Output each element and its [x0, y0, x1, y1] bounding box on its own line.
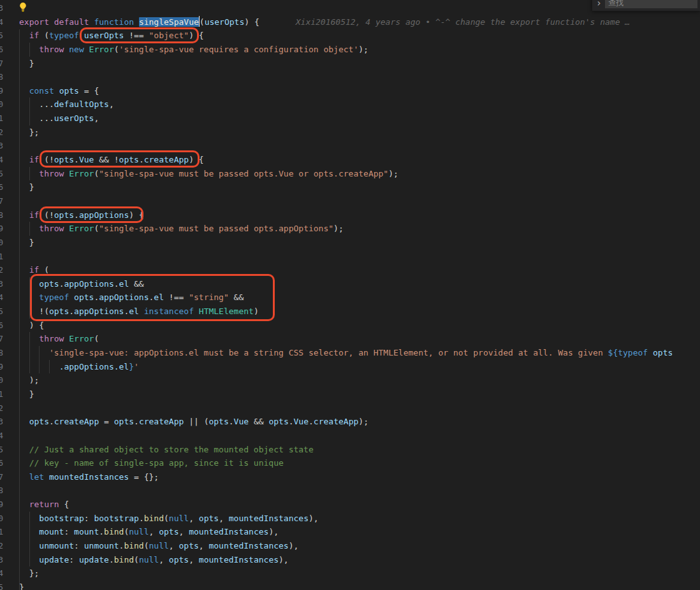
code-line[interactable]: 22 };: [0, 126, 700, 140]
line-number: 48: [0, 484, 3, 498]
indent-guide: [29, 346, 30, 360]
code-line[interactable]: 34 typeof opts.appOptions.el !== "string…: [0, 291, 700, 305]
code-token: ...: [19, 113, 54, 123]
code-line[interactable]: 55}: [0, 580, 700, 590]
code-token: opts: [199, 514, 219, 523]
code-line[interactable]: 32 if (: [0, 263, 700, 277]
line-number: 28: [0, 208, 3, 222]
code-token: userOpts: [54, 113, 94, 123]
code-line[interactable]: 46 // key - name of single-spa app, sinc…: [0, 456, 700, 470]
code-line[interactable]: 44: [0, 429, 700, 443]
code-line[interactable]: 52 unmount: unmount.bind(null, opts, mou…: [0, 539, 700, 553]
code-line[interactable]: 24 if (!opts.Vue && !opts.createApp) {: [0, 153, 700, 167]
code-token: .: [139, 155, 144, 164]
code-token: .: [109, 555, 114, 565]
code-token: mountedInstances: [208, 541, 288, 550]
line-number: 37: [0, 332, 3, 346]
code-token: appOptions: [99, 292, 149, 302]
code-line[interactable]: 49 return {: [0, 498, 700, 512]
code-line[interactable]: 14export default function singleSpaVue(u…: [0, 15, 700, 29]
indent-guide: [29, 539, 30, 553]
code-line[interactable]: 54 };: [0, 566, 700, 580]
code-token: opts: [169, 555, 189, 565]
code-token: }: [19, 59, 34, 68]
code-token: .: [289, 417, 294, 426]
code-token: :: [69, 555, 79, 565]
code-line[interactable]: 28 if (!opts.appOptions) {: [0, 208, 700, 222]
line-number: 55: [0, 580, 3, 590]
code-line[interactable]: 27: [0, 194, 700, 208]
line-number: 50: [0, 512, 3, 526]
code-line[interactable]: 38 'single-spa-vue: appOptions.el must b…: [0, 346, 700, 360]
selected-symbol: singleSpaVue: [139, 17, 199, 27]
code-line[interactable]: 39 .appOptions.el}': [0, 360, 700, 374]
code-token: Error: [69, 334, 94, 343]
code-token: createApp: [54, 417, 99, 426]
code-line[interactable]: 17 }: [0, 57, 700, 71]
code-line[interactable]: 45 // Just a shared object to store the …: [0, 443, 700, 457]
line-number: 39: [0, 360, 3, 374]
code-token: mountedInstances: [199, 555, 279, 565]
code-line[interactable]: 19 const opts = {: [0, 84, 700, 98]
code-token: throw: [39, 224, 64, 233]
code-token: el: [129, 306, 139, 316]
line-number: 33: [0, 277, 3, 291]
code-token: );: [358, 45, 368, 54]
code-line[interactable]: 26 }: [0, 180, 700, 194]
code-line[interactable]: 16 throw new Error('single-spa-vue requi…: [0, 43, 700, 57]
find-input[interactable]: 查找: [605, 0, 697, 8]
code-line[interactable]: 41 }: [0, 387, 700, 401]
code-token: [19, 348, 49, 357]
code-token: }: [19, 182, 34, 192]
code-token: ,: [179, 527, 189, 536]
code-line[interactable]: 35 !(opts.appOptions.el instanceof HTMLE…: [0, 305, 700, 319]
code-token: null: [139, 555, 159, 565]
code-token: opts: [59, 86, 79, 96]
code-line[interactable]: 47 let mountedInstances = {};: [0, 470, 700, 484]
code-token: .: [229, 417, 234, 426]
toggle-replace-button[interactable]: ›: [594, 0, 604, 8]
code-editor[interactable]: 1314export default function singleSpaVue…: [0, 0, 700, 590]
code-line[interactable]: 31: [0, 250, 700, 264]
code-token: if: [29, 31, 40, 40]
code-token: createApp: [314, 417, 358, 426]
code-line[interactable]: 30 }: [0, 236, 700, 250]
code-token: :: [74, 541, 84, 550]
code-token: };: [19, 568, 39, 578]
code-token: createApp: [144, 155, 189, 164]
code-line[interactable]: 48: [0, 484, 700, 498]
code-line[interactable]: 20 ...defaultOpts,: [0, 97, 700, 112]
code-line[interactable]: 15 if (typeof userOpts !== "object") {: [0, 29, 700, 43]
code-line[interactable]: 53 update: update.bind(null, opts, mount…: [0, 553, 700, 567]
code-token: Error: [89, 45, 114, 54]
code-line[interactable]: 29 throw Error("single-spa-vue must be p…: [0, 222, 700, 236]
code-line[interactable]: 36 ) {: [0, 319, 700, 333]
line-number: 23: [0, 139, 3, 153]
code-line[interactable]: 40 );: [0, 373, 700, 387]
code-line[interactable]: 25 throw Error("single-spa-vue must be p…: [0, 167, 700, 181]
code-token: null: [129, 527, 149, 536]
code-token: }: [19, 238, 34, 247]
code-token: 'single-spa-vue requires a configuration…: [119, 45, 359, 54]
line-number: 18: [0, 70, 3, 84]
lightbulb-icon[interactable]: [18, 2, 28, 13]
code-token: ,: [109, 99, 114, 109]
code-token: [19, 417, 29, 426]
code-token: opts: [653, 348, 673, 357]
code-line[interactable]: 50 bootstrap: bootstrap.bind(null, opts,…: [0, 512, 700, 526]
code-line[interactable]: 23: [0, 139, 700, 153]
code-line[interactable]: 42: [0, 401, 700, 415]
code-token: "object": [149, 31, 189, 40]
code-area[interactable]: 1314export default function singleSpaVue…: [0, 1, 700, 590]
code-token: ,: [169, 541, 179, 550]
code-line[interactable]: 51 mount: mount.bind(null, opts, mounted…: [0, 525, 700, 539]
line-number: 43: [0, 415, 3, 429]
code-line[interactable]: 18: [0, 70, 700, 84]
code-token: Error: [69, 169, 94, 178]
code-line[interactable]: 21 ...userOpts,: [0, 112, 700, 126]
code-line[interactable]: 43 opts.createApp = opts.createApp || (o…: [0, 415, 700, 429]
code-line[interactable]: 33 opts.appOptions.el &&: [0, 277, 700, 291]
code-token: typeof: [39, 292, 69, 302]
code-line[interactable]: 37 throw Error(: [0, 332, 700, 346]
code-token: if: [29, 265, 40, 275]
